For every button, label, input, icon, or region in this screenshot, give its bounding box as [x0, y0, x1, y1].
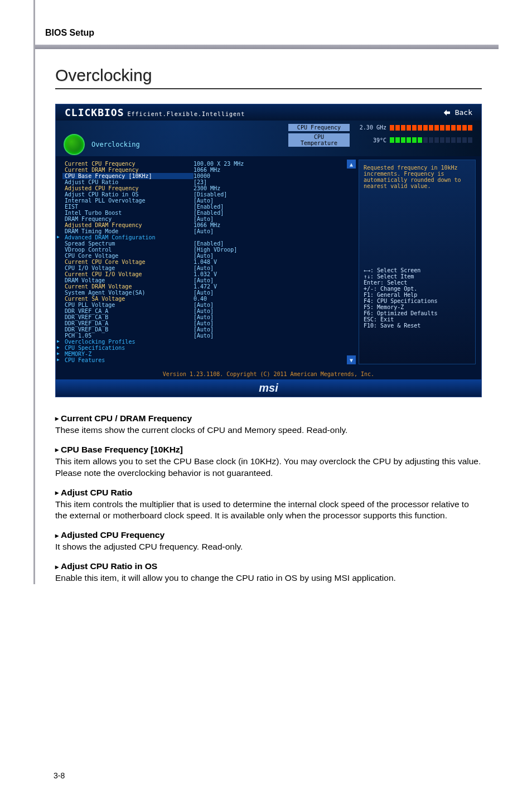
- setting-key: Internal PLL Overvoltage: [62, 198, 194, 204]
- setting-key: DRAM Timing Mode: [62, 228, 194, 234]
- brand-logo: msi: [259, 382, 278, 394]
- setting-row[interactable]: Internal PLL Overvoltage[Auto]: [62, 198, 343, 204]
- setting-value: 2300 MHz: [194, 185, 220, 191]
- help-key-line: F10: Save & Reset: [364, 323, 471, 329]
- bios-logo-text: CLICKBIOS: [65, 107, 124, 118]
- setting-row[interactable]: DRAM Frequency[Auto]: [62, 216, 343, 222]
- setting-row[interactable]: DDR_VREF_CA_A[Auto]: [62, 308, 343, 314]
- section-body: It shows the adjusted CPU frequency. Rea…: [55, 541, 482, 553]
- setting-key: Current CPU I/O Voltage: [62, 271, 194, 277]
- setting-key: Adjust CPU Ratio: [62, 179, 194, 185]
- setting-row[interactable]: CPU Features: [62, 357, 343, 363]
- scrollbar[interactable]: ▲ ▼: [346, 156, 356, 368]
- cpu-temp-bar: [390, 137, 473, 143]
- setting-value: [Auto]: [194, 333, 214, 339]
- heading-text: CPU Base Frequency [10KHz]: [61, 444, 183, 456]
- scroll-down-icon[interactable]: ▼: [347, 355, 356, 364]
- cpu-temp-value: 39°C: [353, 137, 386, 143]
- brand-bar: msi: [56, 379, 481, 397]
- page-title: Overclocking: [55, 66, 482, 89]
- bios-footer: Version 1.23.1108. Copyright (C) 2011 Am…: [56, 370, 481, 379]
- section-heading: Adjust CPU Ratio: [55, 487, 482, 499]
- setting-row[interactable]: CPU Specifications: [62, 345, 343, 351]
- setting-row[interactable]: Intel Turbo Boost[Enabled]: [62, 210, 343, 216]
- help-key-line: F4: CPU Specifications: [364, 298, 471, 304]
- help-key-line: F6: Optimized Defaults: [364, 310, 471, 316]
- help-key-line: ESC: Exit: [364, 316, 471, 323]
- section-name: Overclocking: [91, 141, 140, 148]
- cpu-temperature-gauge: CPU Temperature 39°C: [288, 133, 473, 147]
- setting-key: DDR_VREF_CA_A: [62, 308, 194, 314]
- setting-row[interactable]: Spread Spectrum[Enabled]: [62, 240, 343, 247]
- setting-key: CPU PLL Voltage: [62, 302, 194, 308]
- setting-row[interactable]: CPU Core Voltage[Auto]: [62, 253, 343, 259]
- setting-value: 1066 MHz: [194, 167, 220, 173]
- setting-value: [Auto]: [194, 308, 214, 314]
- setting-row[interactable]: System Agent Voltage(SA)[Auto]: [62, 290, 343, 296]
- setting-key: Current DRAM Voltage: [62, 283, 194, 290]
- setting-value: [Auto]: [194, 320, 214, 326]
- scroll-up-icon[interactable]: ▲: [347, 160, 356, 169]
- setting-row[interactable]: MEMORY-Z: [62, 351, 343, 357]
- setting-value: [Enabled]: [194, 240, 224, 247]
- help-keys: ←→: Select Screen↑↓: Select ItemEnter: S…: [364, 267, 471, 329]
- section-body: This item allows you to set the CPU Base…: [55, 456, 482, 479]
- setting-key: CPU Specifications: [62, 345, 194, 351]
- help-key-line: +/-: Change Opt.: [364, 286, 471, 292]
- setting-row: Current CPU I/O Voltage1.032 V: [62, 271, 343, 277]
- setting-value: [Auto]: [194, 326, 214, 333]
- setting-key: CPU Features: [62, 357, 194, 363]
- setting-row[interactable]: VDroop Control[High VDroop]: [62, 247, 343, 253]
- setting-row: Adjusted CPU Frequency2300 MHz: [62, 185, 343, 191]
- setting-key: Current SA Voltage: [62, 296, 194, 302]
- setting-value: 1.048 V: [194, 259, 217, 265]
- setting-row: Current DRAM Voltage1.472 V: [62, 283, 343, 290]
- bios-logo: CLICKBIOS Efficient.Flexible.Intelligent: [65, 107, 245, 118]
- heading-text: Current CPU / DRAM Frequency: [61, 413, 192, 425]
- setting-row[interactable]: Overclocking Profiles: [62, 339, 343, 345]
- setting-key: PCH 1.05: [62, 333, 194, 339]
- setting-key: CPU I/O Voltage: [62, 265, 194, 271]
- setting-row[interactable]: PCH 1.05[Auto]: [62, 333, 343, 339]
- setting-value: [Auto]: [194, 277, 214, 283]
- setting-row[interactable]: DDR_VREF_DA_A[Auto]: [62, 320, 343, 326]
- setting-row: Current SA Voltage0.40: [62, 296, 343, 302]
- setting-row[interactable]: Adjust CPU Ratio[23]: [62, 179, 343, 185]
- setting-value: [Enabled]: [194, 210, 224, 216]
- setting-value: [Auto]: [194, 198, 214, 204]
- setting-key: EIST: [62, 204, 194, 210]
- setting-row[interactable]: DDR_VREF_CA_B[Auto]: [62, 314, 343, 320]
- setting-key: Current CPU Frequency: [62, 161, 194, 167]
- setting-row[interactable]: CPU Base Frequency [10KHz]10000: [62, 173, 343, 179]
- help-key-line: F1: General Help: [364, 292, 471, 298]
- setting-row[interactable]: DRAM Voltage[Auto]: [62, 277, 343, 283]
- settings-list[interactable]: Current CPU Frequency100.00 X 23 MHzCurr…: [59, 156, 346, 368]
- setting-row[interactable]: CPU PLL Voltage[Auto]: [62, 302, 343, 308]
- setting-key: Adjust CPU Ratio in OS: [62, 191, 194, 198]
- heading-text: Adjust CPU Ratio: [61, 487, 132, 499]
- heading-text: Adjusted CPU Frequency: [61, 530, 165, 541]
- setting-row[interactable]: DDR_VREF_DA_B[Auto]: [62, 326, 343, 333]
- setting-value: 1.032 V: [194, 271, 217, 277]
- setting-row[interactable]: EIST[Enabled]: [62, 204, 343, 210]
- section-heading: Adjusted CPU Frequency: [55, 530, 482, 541]
- setting-value: 1066 MHz: [194, 222, 220, 228]
- document-body: Current CPU / DRAM Frequency These items…: [55, 413, 482, 584]
- help-key-line: ←→: Select Screen: [364, 267, 471, 273]
- setting-value: [23]: [194, 179, 207, 185]
- setting-row[interactable]: Advanced DRAM Configuration: [62, 234, 343, 240]
- cpu-freq-bar: [390, 125, 473, 131]
- help-key-line: Enter: Select: [364, 280, 471, 286]
- setting-key: Adjusted CPU Frequency: [62, 185, 194, 191]
- setting-key: Intel Turbo Boost: [62, 210, 194, 216]
- setting-value: [Auto]: [194, 228, 214, 234]
- section-heading: Current CPU / DRAM Frequency: [55, 413, 482, 425]
- setting-row[interactable]: CPU I/O Voltage[Auto]: [62, 265, 343, 271]
- setting-row: Adjusted DRAM Frequency1066 MHz: [62, 222, 343, 228]
- setting-key: CPU Base Frequency [10KHz]: [62, 173, 194, 179]
- setting-row[interactable]: Adjust CPU Ratio in OS[Disabled]: [62, 191, 343, 198]
- cpu-freq-value: 2.30 GHz: [353, 124, 386, 131]
- back-button[interactable]: Back: [442, 108, 472, 118]
- section-heading: Adjust CPU Ratio in OS: [55, 561, 482, 572]
- setting-row[interactable]: DRAM Timing Mode[Auto]: [62, 228, 343, 234]
